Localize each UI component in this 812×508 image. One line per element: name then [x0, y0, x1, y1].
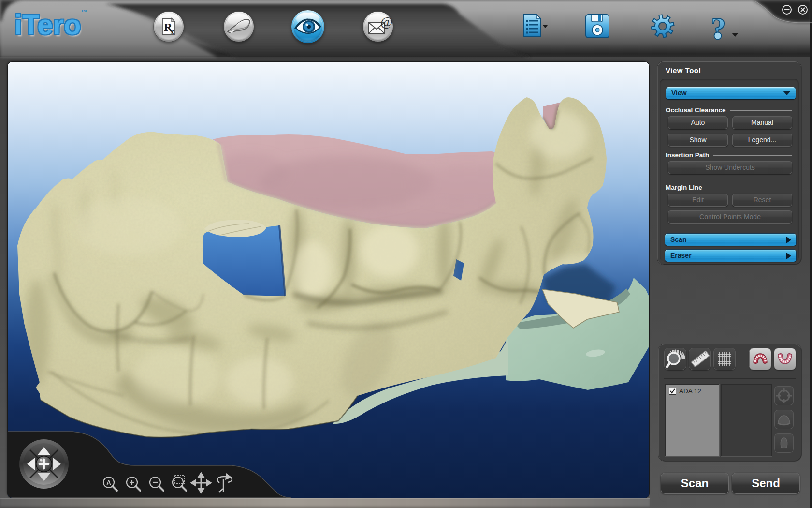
- svg-text:x: x: [170, 28, 174, 36]
- svg-text:@: @: [380, 14, 393, 29]
- svg-text:?: ?: [710, 12, 726, 45]
- svg-text:A: A: [106, 479, 111, 486]
